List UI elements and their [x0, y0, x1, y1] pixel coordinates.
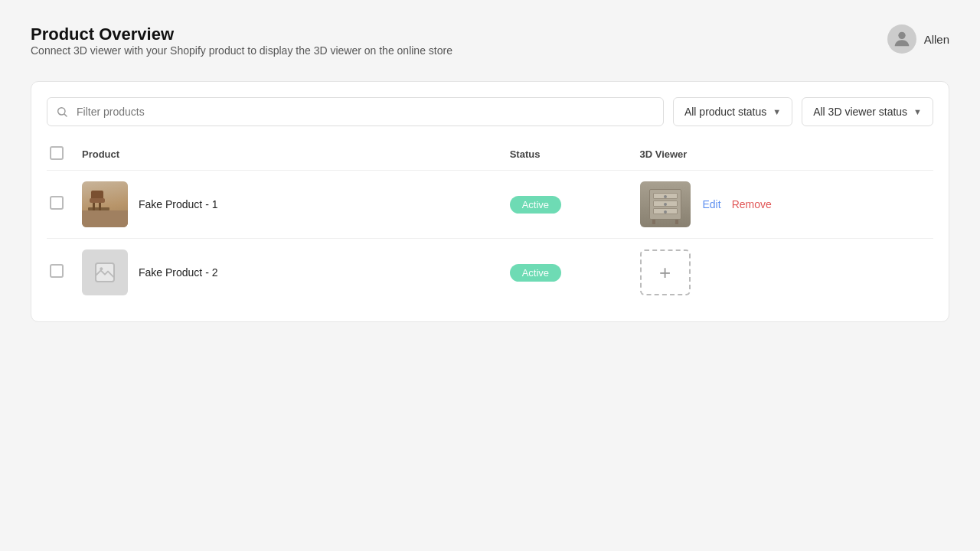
page-title: Product Overview — [31, 24, 452, 44]
edit-button[interactable]: Edit — [703, 198, 721, 210]
user-area: Allen — [887, 24, 949, 54]
row1-status-badge: Active — [510, 196, 561, 214]
header-row: Product Overview Connect 3D viewer with … — [31, 24, 949, 75]
table-wrapper: Product Status 3D Viewer — [31, 126, 949, 321]
title-block: Product Overview Connect 3D viewer with … — [31, 24, 452, 75]
row2-product-cell: Fake Product - 2 — [73, 239, 501, 307]
main-card: All product status ▼ All 3D viewer statu… — [31, 81, 949, 322]
row1-viewer-info: Edit Remove — [640, 181, 925, 227]
row1-viewer-thumbnail — [640, 181, 691, 227]
remove-button[interactable]: Remove — [732, 198, 772, 210]
row1-product-name: Fake Product - 1 — [139, 198, 218, 210]
row2-status-badge: Active — [510, 264, 561, 282]
user-icon — [891, 28, 913, 50]
image-placeholder-icon — [93, 260, 117, 285]
col-header-product: Product — [73, 139, 501, 171]
table-header-row: Product Status 3D Viewer — [47, 139, 933, 171]
row2-product-thumbnail — [82, 249, 128, 295]
svg-line-2 — [64, 114, 67, 116]
add-viewer-button[interactable]: + — [640, 249, 691, 295]
select-all-checkbox[interactable] — [50, 146, 64, 160]
product-status-filter[interactable]: All product status ▼ — [673, 97, 792, 126]
row1-product-info: Fake Product - 1 — [82, 181, 492, 227]
chevron-down-icon-2: ▼ — [913, 107, 922, 116]
avatar — [887, 24, 916, 54]
chevron-down-icon: ▼ — [773, 107, 781, 116]
row1-product-cell: Fake Product - 1 — [73, 171, 501, 239]
row2-checkbox[interactable] — [50, 264, 64, 278]
row1-status-cell: Active — [501, 171, 631, 239]
user-name: Allen — [924, 33, 949, 46]
row1-checkbox[interactable] — [50, 196, 64, 210]
col-header-viewer: 3D Viewer — [631, 139, 934, 171]
products-table: Product Status 3D Viewer — [47, 139, 933, 306]
row1-select-cell — [47, 171, 73, 239]
svg-point-0 — [898, 32, 905, 39]
viewer-status-label: All 3D viewer status — [813, 106, 907, 118]
row2-viewer-info: + — [640, 249, 925, 295]
row1-actions: Edit Remove — [703, 198, 772, 210]
row2-product-info: Fake Product - 2 — [82, 249, 492, 295]
col-header-status: Status — [501, 139, 631, 171]
row1-viewer-cell: Edit Remove — [631, 171, 934, 239]
viewer-status-filter[interactable]: All 3D viewer status ▼ — [802, 97, 933, 126]
search-input[interactable] — [47, 97, 664, 126]
product-status-label: All product status — [684, 106, 766, 118]
table-row: Fake Product - 2 Active + — [47, 239, 933, 307]
table-head: Product Status 3D Viewer — [47, 139, 933, 171]
page-container: Product Overview Connect 3D viewer with … — [0, 0, 980, 347]
row2-status-cell: Active — [501, 239, 631, 307]
search-icon — [56, 106, 68, 118]
table-body: Fake Product - 1 Active — [47, 171, 933, 307]
select-all-cell — [47, 139, 73, 171]
row2-select-cell — [47, 239, 73, 307]
toolbar: All product status ▼ All 3D viewer statu… — [31, 82, 949, 126]
search-wrapper — [47, 97, 664, 126]
page-subtitle: Connect 3D viewer with your Shopify prod… — [31, 44, 452, 57]
row2-product-name: Fake Product - 2 — [139, 266, 218, 279]
table-row: Fake Product - 1 Active — [47, 171, 933, 239]
row1-product-thumbnail — [82, 181, 128, 227]
row2-viewer-cell: + — [631, 239, 934, 307]
